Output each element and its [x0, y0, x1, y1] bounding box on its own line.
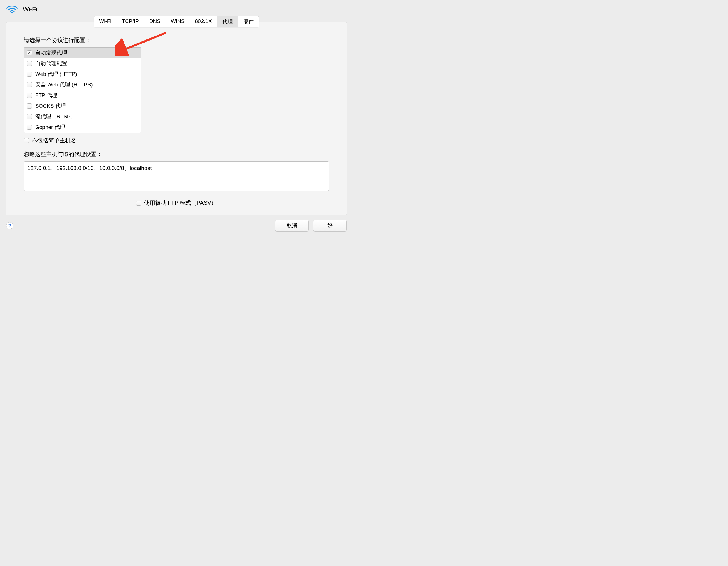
tab-wifi[interactable]: Wi-Fi [94, 16, 117, 27]
checkbox-https[interactable] [27, 82, 32, 87]
protocol-row-socks[interactable]: SOCKS 代理 [24, 101, 141, 111]
checkbox-rtsp[interactable] [27, 114, 32, 119]
checkbox-http[interactable] [27, 72, 32, 77]
bypass-hosts-input[interactable] [24, 161, 329, 191]
checkbox-auto-config[interactable] [27, 61, 32, 66]
checkbox-exclude-simple[interactable] [24, 138, 29, 143]
protocol-list[interactable]: 自动发现代理 自动代理配置 Web 代理 (HTTP) 安全 Web 代理 (H… [24, 47, 141, 133]
pasv-row: 使用被动 FTP 模式（PASV） [24, 199, 329, 207]
protocol-label: 自动发现代理 [35, 49, 67, 56]
tab-bar: Wi-Fi TCP/IP DNS WINS 802.1X 代理 硬件 [0, 16, 353, 27]
protocol-label: Web 代理 (HTTP) [35, 70, 77, 78]
wifi-icon [6, 5, 18, 13]
protocol-label: 流代理（RTSP） [35, 113, 76, 120]
tab-8021x[interactable]: 802.1X [190, 16, 217, 27]
svg-point-0 [11, 12, 13, 13]
cancel-button[interactable]: 取消 [275, 220, 309, 232]
tab-hardware[interactable]: 硬件 [238, 16, 259, 27]
checkbox-socks[interactable] [27, 103, 32, 109]
help-button[interactable]: ? [6, 222, 13, 229]
checkbox-auto-discover[interactable] [27, 50, 32, 55]
protocol-prompt: 请选择一个协议进行配置： [24, 36, 329, 44]
protocol-label: Gopher 代理 [35, 124, 65, 131]
checkbox-pasv[interactable] [136, 201, 141, 206]
protocol-row-https[interactable]: 安全 Web 代理 (HTTPS) [24, 79, 141, 90]
ok-button[interactable]: 好 [313, 220, 347, 232]
page-title: Wi-Fi [23, 6, 37, 13]
protocol-row-rtsp[interactable]: 流代理（RTSP） [24, 111, 141, 122]
segmented-control: Wi-Fi TCP/IP DNS WINS 802.1X 代理 硬件 [94, 16, 259, 27]
content-panel: 请选择一个协议进行配置： 自动发现代理 自动代理配置 Web 代理 (HTTP)… [6, 22, 347, 215]
tab-dns[interactable]: DNS [144, 16, 166, 27]
protocol-row-http[interactable]: Web 代理 (HTTP) [24, 69, 141, 79]
protocol-label: 自动代理配置 [35, 60, 67, 67]
bypass-label: 忽略这些主机与域的代理设置： [24, 150, 329, 158]
pasv-label: 使用被动 FTP 模式（PASV） [144, 199, 217, 207]
tab-wins[interactable]: WINS [166, 16, 190, 27]
button-group: 取消 好 [275, 220, 347, 232]
protocol-label: 安全 Web 代理 (HTTPS) [35, 81, 93, 88]
protocol-label: SOCKS 代理 [35, 102, 66, 110]
exclude-simple-label: 不包括简单主机名 [32, 137, 76, 144]
tab-proxy[interactable]: 代理 [217, 16, 238, 27]
protocol-row-gopher[interactable]: Gopher 代理 [24, 122, 141, 133]
checkbox-gopher[interactable] [27, 125, 32, 130]
protocol-row-ftp[interactable]: FTP 代理 [24, 90, 141, 101]
protocol-row-auto-discover[interactable]: 自动发现代理 [24, 48, 141, 58]
protocol-row-auto-config[interactable]: 自动代理配置 [24, 58, 141, 69]
footer: ? 取消 好 [0, 215, 353, 232]
header: Wi-Fi [0, 0, 353, 16]
tab-tcpip[interactable]: TCP/IP [117, 16, 144, 27]
protocol-label: FTP 代理 [35, 92, 57, 99]
exclude-simple-row: 不包括简单主机名 [24, 137, 329, 144]
checkbox-ftp[interactable] [27, 93, 32, 98]
